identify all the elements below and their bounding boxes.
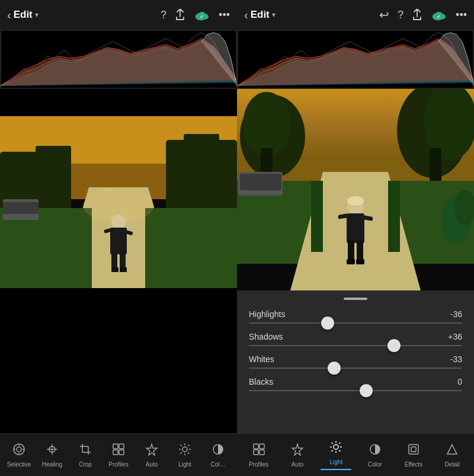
svg-rect-74 [311, 181, 323, 252]
left-tool-crop[interactable]: Crop [71, 443, 100, 468]
right-header-right: ↩ ? ✓ ••• [379, 8, 467, 22]
left-header-right: ? ✓ ••• [161, 9, 230, 21]
highlights-value: -36 [450, 309, 462, 319]
right-auto-label: Auto [292, 461, 304, 468]
blacks-track[interactable] [249, 390, 462, 391]
svg-rect-25 [120, 267, 127, 272]
left-edit-caret[interactable]: ▾ [35, 11, 39, 19]
svg-point-30 [17, 447, 21, 452]
whites-slider-row: Whites -33 [237, 354, 474, 377]
shadows-header: Shadows +36 [249, 332, 462, 341]
svg-rect-104 [409, 445, 418, 454]
svg-line-99 [332, 442, 333, 443]
left-more-icon[interactable]: ••• [219, 9, 230, 21]
right-light-label: Light [329, 459, 342, 465]
left-tool-light[interactable]: Light [171, 443, 199, 468]
svg-rect-24 [111, 267, 118, 272]
left-tool-color[interactable]: Col… [204, 443, 232, 468]
svg-rect-83 [347, 259, 355, 264]
right-profiles-icon [252, 443, 265, 459]
right-tool-effects[interactable]: Effects [398, 443, 429, 468]
right-photo [237, 89, 474, 290]
right-cloud-icon[interactable]: ✓ [431, 9, 447, 21]
blacks-label: Blacks [249, 377, 273, 386]
crop-icon [79, 443, 92, 459]
highlights-thumb[interactable] [321, 317, 334, 330]
svg-line-52 [181, 445, 182, 446]
svg-rect-42 [113, 444, 118, 449]
light-icon [178, 443, 191, 459]
blacks-slider-row: Blacks 0 [237, 377, 474, 400]
svg-rect-91 [254, 450, 258, 455]
whites-thumb[interactable] [328, 362, 341, 375]
right-share-icon[interactable] [412, 9, 422, 21]
right-light-icon [329, 440, 342, 456]
left-bottom-toolbar: Selective Healing [0, 433, 237, 476]
svg-line-54 [188, 445, 189, 446]
shadows-track[interactable] [249, 345, 462, 346]
left-color-label: Col… [210, 461, 225, 468]
left-tool-healing[interactable]: Healing [38, 443, 66, 468]
left-header: ‹ Edit ▾ ? ✓ ••• [0, 0, 237, 30]
whites-value: -33 [450, 354, 462, 364]
left-black-area [0, 315, 237, 433]
svg-rect-23 [120, 253, 126, 267]
svg-line-100 [340, 450, 341, 451]
shadows-label: Shadows [249, 332, 283, 341]
svg-text:✓: ✓ [200, 14, 204, 20]
svg-rect-10 [36, 146, 71, 211]
right-tool-detail[interactable]: Detail [437, 443, 467, 468]
right-help-icon[interactable]: ? [398, 9, 403, 21]
left-photo [0, 89, 237, 315]
left-tool-auto[interactable]: Auto [137, 443, 166, 468]
svg-line-53 [188, 452, 189, 453]
svg-rect-43 [119, 444, 124, 449]
svg-rect-81 [348, 240, 354, 261]
right-panel: ‹ Edit ▾ ↩ ? ✓ ••• [237, 0, 474, 476]
highlights-header: Highlights -36 [249, 309, 462, 319]
svg-point-47 [182, 447, 187, 452]
right-tool-auto[interactable]: Auto [282, 443, 313, 468]
drag-handle[interactable] [344, 298, 367, 300]
right-effects-icon [407, 443, 420, 459]
svg-marker-93 [292, 444, 303, 455]
left-auto-label: Auto [146, 461, 158, 468]
svg-point-79 [347, 196, 364, 206]
auto-icon [145, 443, 158, 459]
left-share-icon[interactable] [175, 9, 185, 21]
right-undo-icon[interactable]: ↩ [379, 8, 389, 22]
right-back-button[interactable]: ‹ [244, 8, 248, 22]
svg-rect-90 [260, 444, 264, 449]
right-edit-title: Edit [251, 9, 270, 21]
svg-line-55 [181, 452, 182, 453]
color-icon [212, 443, 225, 459]
svg-line-102 [332, 450, 333, 451]
left-header-left: ‹ Edit ▾ [7, 8, 39, 22]
svg-line-101 [340, 442, 341, 443]
left-help-icon[interactable]: ? [161, 9, 166, 21]
whites-track[interactable] [249, 368, 462, 369]
blacks-header: Blacks 0 [249, 377, 462, 386]
svg-rect-21 [110, 228, 127, 254]
left-back-button[interactable]: ‹ [7, 8, 11, 22]
highlights-track[interactable] [249, 322, 462, 324]
right-tool-light[interactable]: Light [321, 440, 351, 470]
shadows-thumb[interactable] [387, 339, 401, 352]
left-healing-label: Healing [42, 461, 62, 468]
right-tool-profiles[interactable]: Profiles [244, 443, 274, 468]
right-header: ‹ Edit ▾ ↩ ? ✓ ••• [237, 0, 474, 30]
left-tool-selective[interactable]: Selective [5, 443, 33, 468]
svg-rect-105 [411, 447, 416, 452]
right-edit-caret[interactable]: ▾ [272, 11, 276, 19]
blacks-value: 0 [457, 377, 462, 386]
right-more-icon[interactable]: ••• [456, 9, 467, 21]
right-histogram [237, 30, 474, 89]
svg-rect-16 [0, 208, 92, 288]
right-sliders-area: Highlights -36 Shadows +36 Whites -33 [237, 290, 474, 433]
right-tool-color[interactable]: Color [360, 443, 390, 468]
shadows-slider-row: Shadows +36 [237, 332, 474, 354]
left-tool-profiles[interactable]: Profiles [104, 443, 133, 468]
blacks-thumb[interactable] [360, 384, 373, 397]
left-cloud-icon[interactable]: ✓ [194, 9, 210, 21]
left-profiles-label: Profiles [108, 461, 128, 468]
